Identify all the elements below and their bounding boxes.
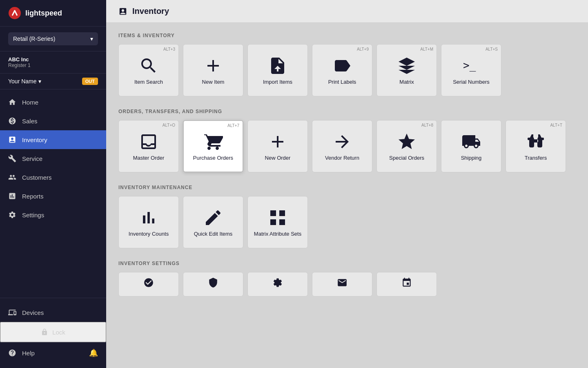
sidebar-item-label: Devices bbox=[22, 309, 44, 316]
svg-text:>_: >_ bbox=[463, 59, 476, 72]
card-label-item-search: Item Search bbox=[134, 79, 163, 85]
card-print-labels[interactable]: ALT+9 Print Labels bbox=[312, 44, 372, 96]
devices-icon bbox=[8, 308, 16, 317]
shortcut-item-search: ALT+3 bbox=[163, 47, 175, 51]
card-settings-1[interactable] bbox=[118, 272, 179, 297]
sidebar-item-inventory[interactable]: Inventory bbox=[0, 130, 106, 149]
sidebar-item-label: Sales bbox=[22, 118, 38, 125]
card-new-item[interactable]: New Item bbox=[183, 44, 243, 96]
sidebar: lightspeed Retail (R-Series) ▾ ABC Inc R… bbox=[0, 0, 106, 368]
serial-icon: >_ bbox=[461, 56, 481, 76]
sidebar-item-label: Customers bbox=[22, 174, 52, 181]
sidebar-item-label: Inventory bbox=[22, 136, 47, 143]
user-name[interactable]: Your Name ▾ bbox=[8, 78, 41, 85]
card-shipping[interactable]: Shipping bbox=[441, 120, 501, 172]
settings-card-icon-1 bbox=[139, 277, 158, 288]
customers-icon bbox=[8, 173, 16, 181]
sidebar-item-sales[interactable]: Sales bbox=[0, 112, 106, 130]
card-settings-5[interactable] bbox=[376, 272, 437, 297]
section-label-items: ITEMS & INVENTORY bbox=[118, 33, 576, 38]
sidebar-item-home[interactable]: Home bbox=[0, 93, 106, 112]
home-icon bbox=[8, 98, 16, 106]
card-label-transfers: Transfers bbox=[525, 155, 547, 161]
items-inventory-grid: ALT+3 Item Search New Item Import Items … bbox=[118, 44, 576, 96]
section-label-orders: ORDERS, TRANSFERS, AND SHIPPING bbox=[118, 109, 576, 114]
card-label-special-orders: Special Orders bbox=[389, 155, 424, 161]
card-quick-edit-items[interactable]: Quick Edit Items bbox=[183, 196, 243, 248]
sidebar-item-service[interactable]: Service bbox=[0, 149, 106, 168]
user-row: Your Name ▾ OUT bbox=[0, 74, 106, 89]
card-special-orders[interactable]: ALT+8 Special Orders bbox=[376, 120, 437, 172]
sidebar-item-customers[interactable]: Customers bbox=[0, 168, 106, 187]
help-icon bbox=[8, 349, 16, 357]
star-icon bbox=[397, 132, 416, 152]
inbox-icon bbox=[139, 132, 158, 152]
shortcut-serial-numbers: ALT+S bbox=[486, 47, 498, 51]
matrix-icon bbox=[397, 56, 416, 76]
help-row[interactable]: Help 🔔 bbox=[0, 342, 106, 363]
card-settings-4[interactable] bbox=[312, 272, 372, 297]
pencil-icon bbox=[203, 208, 223, 227]
store-name: Retail (R-Series) bbox=[13, 36, 55, 42]
card-vendor-return[interactable]: Vendor Return bbox=[312, 120, 372, 172]
chevron-down-icon: ▾ bbox=[90, 36, 93, 42]
sidebar-item-devices[interactable]: Devices bbox=[0, 303, 106, 322]
sidebar-item-label: Home bbox=[22, 99, 38, 106]
sidebar-item-reports[interactable]: Reports bbox=[0, 187, 106, 205]
arrow-right-icon bbox=[332, 132, 352, 152]
card-label-new-order: New Order bbox=[265, 155, 291, 161]
shortcut-transfers: ALT+T bbox=[550, 123, 562, 127]
card-label-inventory-counts: Inventory Counts bbox=[129, 231, 169, 237]
shortcut-master-order: ALT+O bbox=[163, 123, 175, 127]
settings-card-icon-4 bbox=[332, 277, 352, 288]
card-item-search[interactable]: ALT+3 Item Search bbox=[118, 44, 179, 96]
card-label-matrix: Matrix bbox=[399, 79, 414, 85]
shortcut-special-orders: ALT+8 bbox=[421, 123, 433, 127]
card-matrix[interactable]: ALT+M Matrix bbox=[376, 44, 437, 96]
card-label-import-items: Import Items bbox=[263, 79, 292, 85]
truck-icon bbox=[461, 132, 481, 152]
main-content: Inventory ITEMS & INVENTORY ALT+3 Item S… bbox=[106, 0, 588, 368]
reports-icon bbox=[8, 192, 16, 200]
card-purchase-orders[interactable]: ALT+7 Purchase Orders bbox=[183, 120, 243, 172]
card-import-items[interactable]: Import Items bbox=[247, 44, 308, 96]
store-selector-container: Retail (R-Series) ▾ bbox=[0, 27, 106, 51]
svg-point-0 bbox=[9, 7, 21, 19]
lock-label: Lock bbox=[52, 329, 65, 336]
bar-chart-icon bbox=[139, 208, 158, 227]
service-icon bbox=[8, 154, 16, 163]
card-settings-2[interactable] bbox=[183, 272, 243, 297]
card-inventory-counts[interactable]: Inventory Counts bbox=[118, 196, 179, 248]
chevron-down-icon: ▾ bbox=[38, 78, 41, 85]
orders-grid: ALT+O Master Order ALT+7 Purchase Orders… bbox=[118, 120, 576, 172]
shortcut-purchase-orders: ALT+7 bbox=[227, 123, 239, 128]
sidebar-item-label: Service bbox=[22, 155, 42, 162]
account-info: ABC Inc Register 1 bbox=[8, 56, 31, 68]
sidebar-nav: Home Sales Inventory Service Customers R… bbox=[0, 89, 106, 298]
account-name: ABC Inc bbox=[8, 56, 31, 62]
card-transfers[interactable]: ALT+T Transfers bbox=[506, 120, 566, 172]
card-master-order[interactable]: ALT+O Master Order bbox=[118, 120, 179, 172]
sidebar-logo: lightspeed bbox=[0, 0, 106, 27]
card-settings-3[interactable] bbox=[247, 272, 308, 297]
main-body: ITEMS & INVENTORY ALT+3 Item Search New … bbox=[106, 23, 588, 319]
sidebar-item-settings[interactable]: Settings bbox=[0, 205, 106, 224]
settings-grid bbox=[118, 272, 576, 297]
search-icon bbox=[139, 56, 158, 76]
shortcut-matrix: ALT+M bbox=[420, 47, 433, 51]
notification-bell-icon[interactable]: 🔔 bbox=[89, 348, 98, 357]
grid-icon bbox=[268, 208, 287, 227]
account-section: ABC Inc Register 1 bbox=[0, 51, 106, 74]
sidebar-item-label: Reports bbox=[22, 193, 44, 200]
section-label-settings: INVENTORY SETTINGS bbox=[118, 261, 576, 266]
store-selector[interactable]: Retail (R-Series) ▾ bbox=[8, 32, 98, 45]
card-new-order[interactable]: New Order bbox=[247, 120, 308, 172]
card-serial-numbers[interactable]: ALT+S >_ Serial Numbers bbox=[441, 44, 501, 96]
shortcut-print-labels: ALT+9 bbox=[357, 47, 369, 51]
lock-button[interactable]: Lock bbox=[0, 322, 106, 342]
account-register: Register 1 bbox=[8, 62, 31, 68]
card-matrix-attribute-sets[interactable]: Matrix Attribute Sets bbox=[247, 196, 308, 248]
card-label-vendor-return: Vendor Return bbox=[325, 155, 359, 161]
out-badge: OUT bbox=[82, 78, 98, 85]
settings-card-icon-5 bbox=[397, 277, 416, 288]
